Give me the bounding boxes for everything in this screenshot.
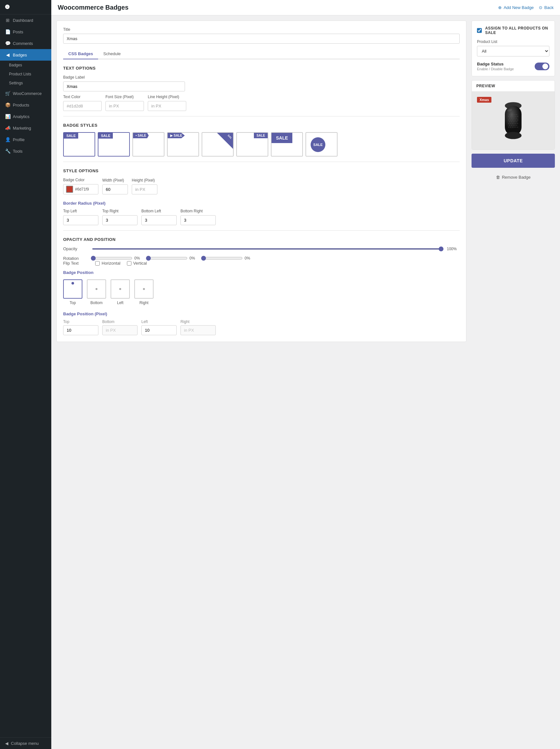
sidebar-item-analytics[interactable]: 📊 Analytics (0, 111, 51, 122)
speaker-image (497, 100, 529, 142)
opacity-slider[interactable] (92, 248, 444, 250)
update-button[interactable]: UPDATE (472, 154, 555, 168)
sidebar-sub-label-settings: Settings (9, 81, 23, 85)
height-input[interactable] (132, 185, 157, 194)
flip-horizontal-checkbox[interactable] (95, 261, 100, 265)
badge-color-field: Badge Color #6d71f9 (63, 178, 98, 194)
preview-image-area: Xmas (472, 92, 555, 149)
svg-point-36 (509, 125, 510, 126)
back-button[interactable]: ⊙ Back (539, 5, 554, 10)
bottom-left-input[interactable] (141, 215, 177, 225)
title-input[interactable] (63, 34, 460, 44)
flip-vertical-checkbox[interactable] (127, 261, 131, 265)
position-right-box[interactable] (134, 279, 154, 299)
badge-style-circle[interactable]: SALE (306, 132, 338, 156)
flip-label: Flip Text (63, 261, 89, 265)
svg-point-39 (514, 125, 515, 126)
font-size-input[interactable] (106, 101, 144, 111)
badge-style-arrow[interactable]: ▶ SALE (167, 132, 199, 156)
badge-status-row: Badge Status Enable / Disable Badge (477, 62, 550, 71)
back-icon: ⊙ (539, 5, 542, 10)
position-left-box[interactable] (111, 279, 130, 299)
product-list-select[interactable]: All (477, 46, 550, 57)
position-top-box[interactable] (63, 279, 82, 299)
rotation-slider-3[interactable] (201, 256, 243, 261)
bottom-right-input[interactable] (180, 215, 216, 225)
svg-point-18 (516, 118, 517, 119)
color-field-wrapper[interactable]: #6d71f9 (63, 184, 98, 194)
sidebar-sub-badges[interactable]: Badges (0, 61, 51, 70)
pixel-right-input[interactable] (180, 325, 216, 335)
sidebar-item-marketing[interactable]: 📣 Marketing (0, 122, 51, 134)
sidebar-item-tools[interactable]: 🔧 Tools (0, 145, 51, 157)
flip-row: Flip Text Horizontal Vertical (63, 261, 460, 265)
badge-label-label: Badge Label (63, 75, 460, 80)
sidebar-label-posts: Posts (13, 29, 23, 34)
position-bottom-box[interactable] (87, 279, 106, 299)
sidebar-item-woocommerce[interactable]: 🛒 WooCommerce (0, 88, 51, 99)
remove-badge-btn[interactable]: 🗑 Remove Badge (472, 172, 555, 183)
position-top-label: Top (70, 301, 76, 305)
collapse-menu-btn[interactable]: ◀ Collapse menu (0, 737, 51, 749)
badge-style-corner[interactable]: SAL (202, 132, 234, 156)
badge-style-flat[interactable]: SALE (63, 132, 95, 156)
sidebar-sub-settings[interactable]: Settings (0, 79, 51, 88)
badge-corner-shape (217, 133, 233, 149)
top-right-label: Top Right (102, 209, 137, 213)
position-left-label: Left (117, 301, 124, 305)
badge-style-corner-right[interactable]: SALE (236, 132, 268, 156)
assign-checkbox[interactable] (477, 27, 482, 34)
bottom-right-field: Bottom Right (180, 209, 216, 225)
position-top: Top (63, 279, 82, 305)
trash-icon: 🗑 (496, 175, 500, 180)
badge-large-rect-label: SALE (271, 133, 292, 143)
tab-schedule[interactable]: Schedule (98, 49, 126, 59)
badge-style-large-rect[interactable]: SALE (271, 132, 303, 156)
line-height-label: Line Height (Pixel) (148, 94, 186, 99)
badge-color-label: Badge Color (63, 178, 98, 182)
line-height-input[interactable] (148, 101, 186, 111)
width-input[interactable] (102, 185, 128, 194)
height-label: Height (Pixel) (132, 178, 157, 183)
pixel-bottom-label: Bottom (102, 320, 137, 324)
badge-label-input[interactable] (63, 82, 185, 91)
pixel-left-input[interactable] (141, 325, 177, 335)
sidebar-item-dashboard[interactable]: ⊞ Dashboard (0, 15, 51, 26)
svg-point-28 (514, 121, 515, 122)
color-swatch[interactable] (66, 186, 73, 193)
tab-bar: CSS Badges Schedule (63, 49, 460, 59)
svg-point-5 (513, 114, 514, 115)
sidebar-item-comments[interactable]: 💬 Comments (0, 38, 51, 49)
position-bottom: Bottom (87, 279, 106, 305)
top-left-input[interactable] (63, 215, 98, 225)
sidebar-label-dashboard: Dashboard (13, 18, 33, 23)
wp-icon: 🅦 (5, 4, 9, 9)
sidebar-label-tools: Tools (13, 149, 22, 154)
font-size-field: Font Size (Pixel) (106, 94, 144, 111)
divider-1 (63, 116, 460, 116)
pixel-top-input[interactable] (63, 325, 98, 335)
rotation-slider-2[interactable] (146, 256, 187, 261)
badge-style-pentagon[interactable]: • SALE (132, 132, 164, 156)
sidebar-sub-product-lists[interactable]: Product Lists (0, 70, 51, 79)
badge-style-flat-outline[interactable]: SALE (98, 132, 130, 156)
tab-css-badges[interactable]: CSS Badges (63, 49, 98, 59)
sidebar-item-badges[interactable]: ◀ Badges (0, 49, 51, 61)
pixel-bottom-input[interactable] (102, 325, 137, 335)
rotation-value-1: 0% (134, 256, 144, 260)
top-right-input[interactable] (102, 215, 137, 225)
sidebar-item-profile[interactable]: 👤 Profile (0, 134, 51, 145)
position-top-dot (71, 282, 74, 284)
svg-point-37 (511, 125, 512, 126)
svg-point-25 (509, 121, 510, 122)
text-color-input[interactable] (63, 101, 102, 111)
flip-horizontal-option[interactable]: Horizontal (95, 261, 120, 265)
badge-status-toggle[interactable] (535, 63, 550, 70)
sidebar-item-products[interactable]: 📦 Products (0, 99, 51, 111)
add-new-badge-button[interactable]: ⊕ Add New Badge (498, 5, 534, 10)
svg-point-4 (511, 114, 512, 115)
rotation-slider-1[interactable] (91, 256, 132, 261)
flip-vertical-option[interactable]: Vertical (127, 261, 147, 265)
sidebar-item-posts[interactable]: 📄 Posts (0, 26, 51, 38)
position-bottom-label: Bottom (90, 301, 103, 305)
